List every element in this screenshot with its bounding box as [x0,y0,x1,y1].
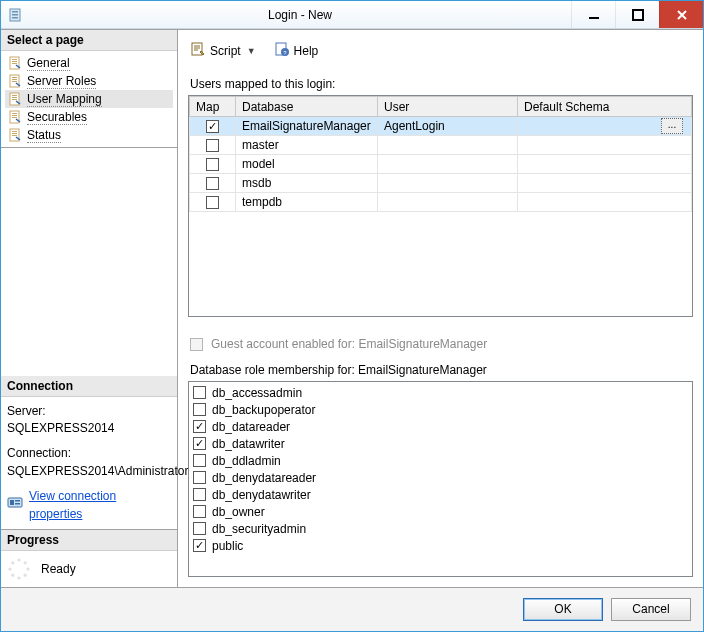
connection-props-icon [7,495,23,516]
table-row[interactable]: msdb [190,174,692,193]
close-button[interactable] [659,1,703,28]
page-item-server-roles[interactable]: Server Roles [5,72,173,90]
svg-rect-9 [12,63,17,64]
map-checkbox[interactable] [206,158,219,171]
cell-user[interactable] [378,174,518,193]
table-row[interactable]: model [190,155,692,174]
cell-user[interactable]: AgentLogin [378,117,518,136]
role-item-db_accessadmin[interactable]: db_accessadmin [193,384,688,401]
svg-rect-1 [12,11,18,13]
role-checkbox[interactable] [193,437,206,450]
col-header-schema[interactable]: Default Schema [518,97,692,117]
users-mapped-label: Users mapped to this login: [190,77,693,91]
cancel-button[interactable]: Cancel [611,598,691,621]
cell-schema[interactable] [518,155,692,174]
page-item-general[interactable]: General [5,54,173,72]
svg-rect-21 [12,117,17,118]
role-item-db_datawriter[interactable]: db_datawriter [193,435,688,452]
svg-rect-20 [12,115,17,116]
cell-schema[interactable] [518,193,692,212]
role-checkbox[interactable] [193,488,206,501]
map-checkbox[interactable] [206,196,219,209]
cell-database[interactable]: tempdb [236,193,378,212]
role-item-db_denydatawriter[interactable]: db_denydatawriter [193,486,688,503]
page-item-securables[interactable]: Securables [5,108,173,126]
table-row[interactable]: master [190,136,692,155]
help-button[interactable]: ? Help [272,40,321,61]
role-item-db_datareader[interactable]: db_datareader [193,418,688,435]
app-icon [7,7,23,23]
dialog-footer: OK Cancel [1,587,703,631]
cell-schema[interactable] [518,136,692,155]
svg-rect-17 [12,99,17,100]
role-checkbox[interactable] [193,403,206,416]
role-checkbox[interactable] [193,471,206,484]
help-label: Help [294,44,319,58]
col-header-map[interactable]: Map [190,97,236,117]
role-item-db_securityadmin[interactable]: db_securityadmin [193,520,688,537]
svg-point-34 [17,576,20,579]
role-checkbox[interactable] [193,386,206,399]
table-row[interactable]: EmailSignatureManagerAgentLogin... [190,117,692,136]
role-checkbox[interactable] [193,420,206,433]
map-checkbox[interactable] [206,139,219,152]
svg-rect-8 [12,61,17,62]
svg-rect-3 [12,17,18,19]
cell-database[interactable]: master [236,136,378,155]
role-checkbox[interactable] [193,454,206,467]
right-pane: Script ▼ ? Help Users mapped to this log… [178,30,703,587]
cell-schema[interactable] [518,174,692,193]
cell-database[interactable]: model [236,155,378,174]
map-checkbox[interactable] [206,120,219,133]
map-checkbox[interactable] [206,177,219,190]
role-item-db_denydatareader[interactable]: db_denydatareader [193,469,688,486]
svg-rect-29 [15,503,20,505]
cell-user[interactable] [378,155,518,174]
col-header-database[interactable]: Database [236,97,378,117]
page-item-user-mapping[interactable]: User Mapping [5,90,173,108]
maximize-button[interactable] [615,1,659,28]
svg-rect-2 [12,14,18,16]
role-label: db_securityadmin [212,522,306,536]
roles-label: Database role membership for: EmailSigna… [190,363,693,377]
schema-browse-button[interactable]: ... [661,118,683,134]
progress-status: Ready [41,562,76,576]
page-item-label: Server Roles [27,74,96,89]
guest-account-label: Guest account enabled for: EmailSignatur… [211,337,487,351]
page-item-label: User Mapping [27,92,102,107]
svg-rect-16 [12,97,17,98]
toolbar: Script ▼ ? Help [188,38,693,71]
svg-rect-11 [12,77,17,78]
role-membership-list[interactable]: db_accessadmindb_backupoperatordb_datare… [188,381,693,577]
chevron-down-icon: ▼ [247,46,256,56]
role-item-db_ddladmin[interactable]: db_ddladmin [193,452,688,469]
role-item-db_backupoperator[interactable]: db_backupoperator [193,401,688,418]
role-item-db_owner[interactable]: db_owner [193,503,688,520]
svg-rect-24 [12,133,17,134]
table-row[interactable]: tempdb [190,193,692,212]
role-item-public[interactable]: public [193,537,688,554]
svg-rect-15 [12,95,17,96]
svg-point-37 [11,561,14,564]
svg-rect-7 [12,59,17,60]
help-icon: ? [274,41,290,60]
ok-button[interactable]: OK [523,598,603,621]
minimize-button[interactable] [571,1,615,28]
cell-database[interactable]: msdb [236,174,378,193]
role-checkbox[interactable] [193,539,206,552]
col-header-user[interactable]: User [378,97,518,117]
role-label: db_datareader [212,420,290,434]
script-button[interactable]: Script ▼ [188,40,258,61]
users-mapped-grid[interactable]: Map Database User Default Schema EmailSi… [188,95,693,317]
left-pane: Select a page GeneralServer RolesUser Ma… [1,30,178,587]
view-connection-properties-link[interactable]: View connection properties [29,488,171,523]
cell-user[interactable] [378,136,518,155]
cell-schema[interactable]: ... [518,117,692,136]
svg-point-32 [26,567,29,570]
cell-database[interactable]: EmailSignatureManager [236,117,378,136]
server-value: SQLEXPRESS2014 [7,420,171,437]
cell-user[interactable] [378,193,518,212]
role-checkbox[interactable] [193,505,206,518]
role-checkbox[interactable] [193,522,206,535]
page-item-status[interactable]: Status [5,126,173,144]
